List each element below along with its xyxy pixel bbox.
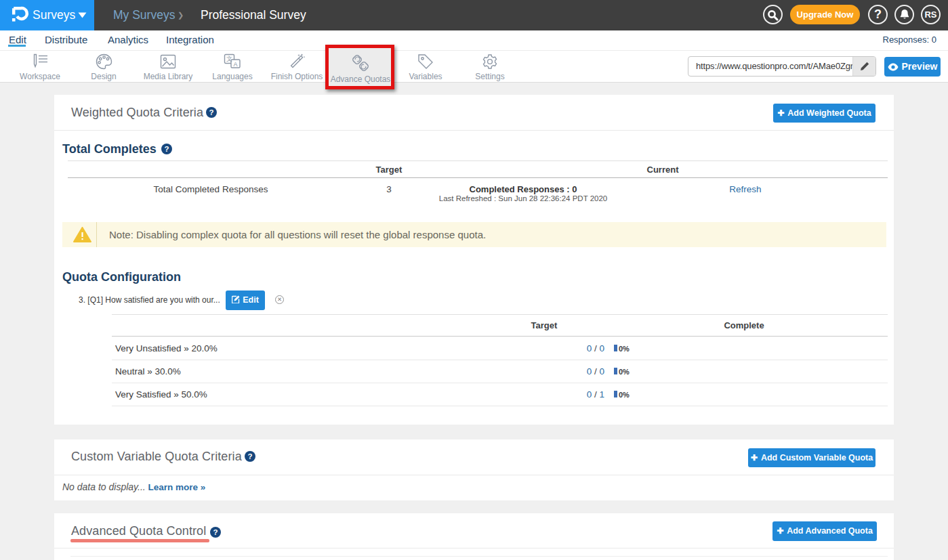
svg-text:文: 文 — [226, 56, 232, 62]
svg-text:A: A — [233, 61, 237, 68]
